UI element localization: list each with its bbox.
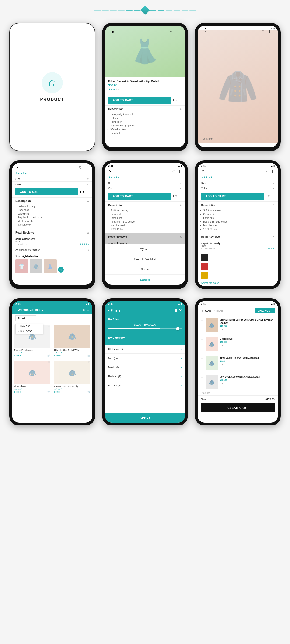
header-actions: ⊞ ≡	[83, 308, 89, 312]
clear-cart-button[interactable]: CLEAR CART	[201, 404, 275, 412]
range-thumb[interactable]	[176, 327, 179, 330]
remove-4[interactable]: −	[201, 375, 203, 380]
my-cart-menu-item[interactable]: My Cart	[105, 244, 185, 254]
add-cart-1[interactable]: 🛒	[47, 354, 50, 357]
filter-icon[interactable]: ⊞	[83, 308, 85, 312]
save-wishlist-menu-item[interactable]: Save to Wishlist	[105, 254, 185, 264]
category-fashion[interactable]: Fashion (9) ›	[105, 372, 185, 381]
color-selector-6[interactable]: Color ▼	[198, 186, 278, 191]
add-to-cart-button-5[interactable]: ADD TO CART	[108, 192, 171, 200]
wishlist-icon[interactable]: ♡	[261, 30, 265, 34]
cart-name-1: Ultimate Biker Jacket With Stitch Detail…	[220, 318, 275, 324]
category-music[interactable]: Music (8) ›	[105, 363, 185, 372]
qty-control[interactable]: 1 ▼	[80, 190, 84, 193]
filter-close-icon[interactable]: ✕	[179, 308, 182, 312]
price-1: $48.00	[14, 354, 21, 357]
category-men[interactable]: Men (54) ›	[105, 354, 185, 363]
reviews-section-6[interactable]: Read Reviews ∧	[198, 233, 278, 240]
popup-menu-screen: 2:41 ▲ ▮ ✕ ♡ ⋮ ★★★★★ Size ▼ Color ▼	[105, 163, 185, 285]
cart-footer: Total: $170.99 CLEAR CART	[198, 395, 278, 415]
reviews-nav: ✕ ♡ ⋮	[12, 163, 92, 171]
apply-filter-button[interactable]: APPLY	[105, 412, 185, 423]
wishlist-3[interactable]: ♡	[48, 361, 50, 364]
more-icon[interactable]: ⋮	[85, 166, 89, 170]
description-list: Heavyweight wool-mix Full lining Paint c…	[105, 113, 185, 137]
size-selector[interactable]: Size ▼	[12, 176, 92, 182]
filter-reset-icon[interactable]: ⊞	[174, 308, 177, 312]
qty-6[interactable]: 1 ▼	[266, 195, 270, 198]
size-selector-5[interactable]: Size ▼	[105, 180, 185, 186]
sort-desc-option[interactable]: ⇅ Date DESC	[16, 329, 43, 334]
remove-1[interactable]: −	[201, 318, 203, 322]
wishlist-icon[interactable]: ♡	[171, 169, 175, 174]
category-women[interactable]: Women (44) ›	[105, 381, 185, 390]
sort-asc-option[interactable]: ⇅ Date ASC	[16, 324, 43, 329]
cancel-button[interactable]: Cancel	[105, 275, 185, 285]
cart-title-area: ▼ CART 4 ITEMS	[201, 309, 223, 312]
status-bar-5: 2:41 ▲ ▮	[105, 163, 185, 168]
stars-row: ★★★★★	[12, 171, 92, 176]
total-row: Total: $170.99	[201, 398, 275, 401]
add-cart-2[interactable]: 🛒	[88, 354, 90, 357]
category-label: By Category	[108, 336, 182, 340]
suggestion-1: 👕	[15, 260, 28, 274]
close-icon[interactable]: ✕	[111, 30, 115, 34]
color-yellow[interactable]	[201, 272, 208, 279]
list-icon[interactable]: ≡	[87, 308, 89, 312]
size-selector-6[interactable]: Size ▼	[198, 180, 278, 186]
additional-info-chevron: ›	[88, 248, 89, 251]
desc-list: Soft-touch jersey Crew neck Large print …	[12, 204, 92, 229]
close-icon[interactable]: ✕	[204, 30, 208, 34]
qty-row-1: 1 ▼	[220, 328, 275, 331]
wishlist-4[interactable]: ♡	[88, 361, 90, 364]
qty-5[interactable]: 1 ▼	[173, 195, 177, 198]
checkout-button[interactable]: CHECKOUT	[255, 308, 275, 314]
more-icon[interactable]: ⋮	[268, 30, 272, 34]
read-reviews-section[interactable]: Read Reviews ∧	[12, 229, 92, 236]
wishlist-2[interactable]: ♡	[88, 325, 90, 328]
close-icon[interactable]: ✕	[108, 169, 113, 174]
remove-3[interactable]: −	[201, 356, 203, 360]
wishlist-icon[interactable]: ♡	[264, 169, 268, 174]
wishlist-icon[interactable]: ♡	[168, 30, 172, 34]
more-icon[interactable]: ⋮	[177, 169, 182, 174]
share-menu-item[interactable]: Share	[105, 264, 185, 275]
jacket-image: 🧥	[198, 30, 278, 142]
add-cart-3[interactable]: 🛒	[47, 390, 50, 393]
add-to-cart-button-6[interactable]: ADD TO CART	[201, 192, 263, 200]
color-swatches	[198, 251, 278, 282]
color-selector[interactable]: Color ▼	[12, 182, 92, 187]
color-picker-screen: 2:42 ▲ ▮ ✕ ♡ ⋮ ★★★★★ Size ▼ Color ▼	[198, 163, 278, 286]
desc-list-6: Soft-touch jersey Crew neck Large print …	[198, 209, 278, 233]
back-row[interactable]: ‹ Woman Collecti...	[15, 308, 43, 312]
cart-add-icon[interactable]: 🛒	[58, 267, 64, 272]
color-red[interactable]	[201, 263, 208, 270]
dash3	[110, 10, 117, 10]
close-icon[interactable]: ✕	[201, 169, 205, 174]
qty-control[interactable]: 1▼	[173, 99, 177, 102]
close-icon[interactable]: ✕	[15, 166, 20, 170]
remove-2[interactable]: −	[201, 337, 203, 342]
wishlist-1[interactable]: ♡	[48, 325, 50, 328]
sort-dropdown-trigger[interactable]: ⇅ Sort	[15, 315, 36, 321]
add-to-cart-button[interactable]: ADD TO CART	[15, 188, 78, 196]
cart-item-2: − 🧥 Linen Blazer $48.00 1 ▼	[198, 335, 278, 354]
popup-overlay[interactable]: My Cart Save to Wishlist Share Cancel	[105, 233, 185, 285]
category-clothing[interactable]: Clothing (48) ›	[105, 344, 185, 354]
products-count-row: Products 14	[198, 392, 278, 395]
filter-back[interactable]: ‹ Filters	[108, 308, 121, 312]
add-cart-4[interactable]: 🛒	[88, 390, 90, 393]
product-card-2: 🧥 ♡ Ultimate Biker Jacket With... ★★★★★ …	[52, 323, 92, 359]
add-to-cart-button[interactable]: ADD TO CART	[108, 96, 171, 104]
additional-info-row[interactable]: Additional Information ›	[12, 246, 92, 253]
time-9: 2:45	[201, 302, 206, 305]
range-slider[interactable]	[108, 328, 182, 329]
cart-expand-icon[interactable]: ▼	[201, 309, 204, 312]
color-black[interactable]	[201, 254, 208, 261]
more-icon[interactable]: ⋮	[270, 169, 275, 174]
color-selector-5[interactable]: Color ▼	[105, 186, 185, 191]
product-name-3: Linen Blazer	[14, 385, 50, 388]
wishlist-icon[interactable]: ♡	[78, 166, 83, 170]
more-icon[interactable]: ⋮	[175, 30, 179, 34]
total-amount: $170.99	[265, 398, 275, 401]
